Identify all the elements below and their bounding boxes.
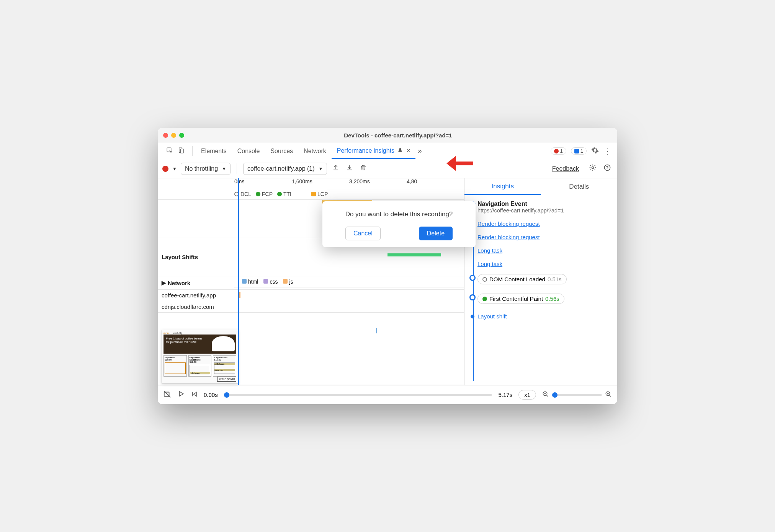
toggle-screenshot-icon[interactable]: [163, 390, 172, 400]
rewind-button[interactable]: [191, 391, 198, 399]
nav-event-title: Navigation Event: [477, 201, 612, 207]
tab-sources[interactable]: Sources: [265, 143, 298, 159]
recording-select[interactable]: coffee-cart.netlify.app (1)▼: [243, 163, 327, 175]
cancel-button[interactable]: Cancel: [345, 227, 381, 240]
delete-icon[interactable]: [358, 163, 368, 175]
zoom-out-icon[interactable]: [542, 391, 549, 399]
error-badge[interactable]: 1: [551, 147, 566, 155]
upload-icon[interactable]: [331, 163, 341, 175]
play-button[interactable]: [178, 390, 185, 399]
tab-performance-insights[interactable]: Performance insights ×: [332, 143, 416, 159]
record-dropdown-icon[interactable]: ▼: [172, 166, 177, 171]
playhead[interactable]: [238, 178, 239, 385]
delete-button[interactable]: Delete: [419, 227, 453, 240]
layout-shift-bar[interactable]: [388, 253, 441, 256]
insights-panel: Insights Details Navigation Event https:…: [464, 178, 617, 385]
window-title: DevTools - coffee-cart.netlify.app/?ad=1: [184, 132, 612, 139]
throttle-select[interactable]: No throttling▼: [181, 163, 231, 175]
time-start: 0.00s: [204, 392, 218, 398]
insight-link[interactable]: Render blocking request: [477, 234, 612, 240]
time-end: 5.17s: [498, 392, 512, 398]
annotation-arrow-icon: [446, 154, 473, 175]
insight-link[interactable]: Long task: [477, 261, 612, 267]
flask-icon: [397, 147, 403, 154]
performance-toolbar: ▼ No throttling▼ coffee-cart.netlify.app…: [158, 159, 617, 178]
inspect-icon[interactable]: [166, 147, 173, 155]
delete-confirm-dialog: Do you want to delete this recording? Ca…: [322, 201, 476, 247]
zoom-slider[interactable]: [552, 394, 602, 396]
insight-link[interactable]: Long task: [477, 247, 612, 254]
help-icon[interactable]: [602, 162, 613, 175]
screenshot-thumbnail[interactable]: menucart (0) Free 1 bag of coffee beans …: [162, 330, 238, 383]
more-tabs-icon[interactable]: »: [418, 147, 422, 155]
titlebar: DevTools - coffee-cart.netlify.app/?ad=1: [158, 128, 617, 143]
host-row-2: cdnjs.cloudflare.com: [158, 301, 464, 313]
settings-gear-icon[interactable]: [587, 162, 598, 175]
expand-icon[interactable]: ▶: [162, 279, 166, 286]
dcl-pill[interactable]: DOM Content Loaded0.51s: [477, 274, 567, 284]
nav-event-url: https://coffee-cart.netlify.app/?ad=1: [477, 207, 612, 214]
record-button[interactable]: [162, 166, 168, 172]
svg-point-3: [592, 167, 594, 169]
kebab-menu-icon[interactable]: ⋮: [603, 147, 611, 156]
feedback-link[interactable]: Feedback: [552, 165, 579, 172]
insight-link[interactable]: Layout shift: [477, 313, 612, 320]
devtools-window: DevTools - coffee-cart.netlify.app/?ad=1…: [158, 128, 617, 404]
insight-link[interactable]: Render blocking request: [477, 220, 612, 227]
tab-console[interactable]: Console: [232, 143, 265, 159]
traffic-lights: [163, 133, 184, 138]
time-ruler: 0ms1,600ms3,200ms4,80: [158, 178, 464, 188]
minimize-window-button[interactable]: [171, 133, 176, 138]
tab-close-icon[interactable]: ×: [407, 147, 410, 154]
settings-icon[interactable]: [591, 147, 599, 156]
playback-slider[interactable]: [224, 394, 492, 396]
tab-details[interactable]: Details: [541, 178, 618, 195]
marker-legend: DCL FCP TTI LCP: [158, 188, 464, 200]
network-row-header: ▶Network html css js: [158, 276, 464, 290]
fcp-pill[interactable]: First Contentful Paint0.56s: [477, 294, 564, 304]
playback-footer: 0.00s 5.17s x1: [158, 385, 617, 404]
maximize-window-button[interactable]: [179, 133, 184, 138]
net-bar-html[interactable]: [376, 328, 377, 333]
svg-rect-2: [181, 149, 184, 153]
messages-badge[interactable]: 1: [571, 147, 587, 155]
zoom-in-icon[interactable]: [605, 391, 612, 399]
host-row-1: coffee-cart.netlify.app: [158, 290, 464, 301]
close-window-button[interactable]: [163, 133, 168, 138]
speed-pill[interactable]: x1: [518, 390, 536, 400]
download-icon[interactable]: [345, 163, 355, 175]
tab-elements[interactable]: Elements: [196, 143, 232, 159]
device-toggle-icon[interactable]: [178, 147, 185, 155]
tab-network[interactable]: Network: [298, 143, 332, 159]
tab-insights[interactable]: Insights: [464, 178, 541, 195]
devtools-tabs: Elements Console Sources Network Perform…: [158, 143, 617, 159]
dialog-message: Do you want to delete this recording?: [330, 211, 468, 218]
